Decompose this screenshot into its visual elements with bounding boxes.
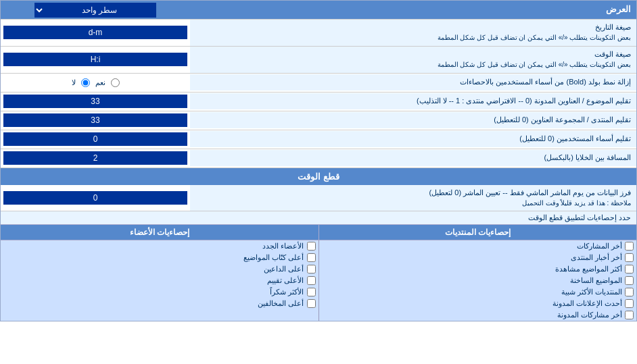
similar-forums-row: المنتديات الأكثر شبية: [319, 286, 637, 298]
last-topics-label: المواضيع الساخنة: [570, 276, 622, 285]
most-viewed-checkbox[interactable]: [625, 265, 634, 274]
top-lurkers-label: أعلى المخالفين: [258, 299, 304, 308]
last-tagged-label: أخر مشاركات المدونة: [557, 311, 622, 319]
top-posters-checkbox[interactable]: [307, 253, 316, 262]
last-forum-news-checkbox[interactable]: [625, 253, 634, 262]
cutoff-header: قطع الوقت: [1, 168, 636, 185]
top-rated-label: الأعلى تقييم: [267, 276, 304, 285]
most-viewed-label: أكثر المواضيع مشاهدة: [555, 265, 622, 274]
latest-ads-label: أحدث الإعلانات المدونة: [552, 299, 622, 308]
date-format-input[interactable]: [3, 26, 187, 39]
lines-dropdown[interactable]: سطر واحد: [34, 3, 156, 18]
most-viewed-row: أكثر المواضيع مشاهدة: [319, 263, 637, 275]
user-align-input[interactable]: [3, 132, 187, 146]
last-tagged-checkbox[interactable]: [625, 311, 634, 319]
most-thanks-checkbox[interactable]: [307, 288, 316, 296]
new-members-checkbox[interactable]: [307, 242, 316, 251]
last-tagged-row: أخر مشاركات المدونة: [319, 309, 637, 321]
forum-align-input[interactable]: [3, 113, 187, 127]
top-viewers-checkbox[interactable]: [307, 265, 316, 274]
time-format-input[interactable]: [3, 53, 187, 66]
last-shares-row: أخر المشاركات: [319, 240, 637, 252]
col-shares-header: إحصاءيات المنتديات: [318, 225, 637, 240]
top-lurkers-row: أعلى المخالفين: [1, 298, 318, 309]
top-lurkers-checkbox[interactable]: [307, 299, 316, 308]
last-shares-checkbox[interactable]: [625, 242, 634, 251]
top-posters-label: أعلى كتّاب المواضيع: [243, 253, 304, 262]
most-thanks-label: الأكثر شكراً: [270, 288, 304, 296]
date-format-label: صيغة التاريخ بعض التكوينات يتطلب «/» الت…: [190, 20, 636, 46]
bold-remove-yes-label: نعم: [95, 78, 105, 87]
similar-forums-checkbox[interactable]: [625, 288, 634, 296]
last-topics-row: المواضيع الساخنة: [319, 275, 637, 286]
time-format-label: صيغة الوقت بعض التكوينات يتطلب «/» التي …: [190, 47, 636, 73]
top-viewers-row: أعلى الداعين: [1, 263, 318, 275]
last-topics-checkbox[interactable]: [625, 276, 634, 285]
top-viewers-label: أعلى الداعين: [264, 265, 304, 274]
top-rated-checkbox[interactable]: [307, 276, 316, 285]
subject-align-input[interactable]: [3, 95, 187, 108]
bold-remove-radio-group: نعم لا: [72, 78, 120, 87]
similar-forums-label: المنتديات الأكثر شبية: [561, 288, 622, 296]
page-title: العرض: [190, 1, 636, 18]
latest-ads-row: أحدث الإعلانات المدونة: [319, 298, 637, 309]
forum-stats-col: أخر المشاركات أخر أخبار المنتدى أكثر الم…: [318, 240, 637, 321]
subject-align-label: تقليم الموضوع / العناوين المدونة (0 -- ا…: [190, 93, 636, 109]
member-stats-col: الأعضاء الجدد أعلى كتّاب المواضيع أعلى ا…: [1, 240, 318, 321]
cell-spacing-label: المسافة بين الخلايا (بالبكسل): [190, 150, 636, 165]
stats-limit-row: حدد إحصاءيات لتطبيق قطع الوقت: [1, 211, 636, 225]
bold-remove-no-radio[interactable]: [81, 78, 90, 87]
last-forum-news-label: أخر أخبار المنتدى: [571, 253, 622, 262]
last-forum-news-row: أخر أخبار المنتدى: [319, 252, 637, 263]
top-rated-row: الأعلى تقييم: [1, 275, 318, 286]
new-members-row: الأعضاء الجدد: [1, 240, 318, 252]
new-members-label: الأعضاء الجدد: [262, 242, 304, 251]
bold-remove-label: إزالة نمط بولد (Bold) من أسماء المستخدمي…: [190, 74, 636, 90]
most-thanks-row: الأكثر شكراً: [1, 286, 318, 298]
bold-remove-yes-radio[interactable]: [111, 78, 120, 87]
bold-remove-no-label: لا: [72, 78, 76, 87]
top-posters-row: أعلى كتّاب المواضيع: [1, 252, 318, 263]
cutoff-value-input[interactable]: [3, 191, 187, 205]
stats-columns-grid: أخر المشاركات أخر أخبار المنتدى أكثر الم…: [1, 240, 636, 321]
stats-columns-header: إحصاءيات المنتديات إحصاءيات الأعضاء: [1, 225, 636, 240]
forum-align-label: تقليم المنتدى / المجموعة العناوين (0 للت…: [190, 112, 636, 128]
stats-limit-label: حدد إحصاءيات لتطبيق قطع الوقت: [6, 213, 631, 222]
cutoff-row-label: فرز البيانات من يوم الماشر الماشي فقط --…: [190, 185, 636, 211]
last-shares-label: أخر المشاركات: [577, 242, 622, 251]
cell-spacing-input[interactable]: [3, 151, 187, 165]
latest-ads-checkbox[interactable]: [625, 299, 634, 308]
user-align-label: تقليم أسماء المستخدمين (0 للتعطيل): [190, 131, 636, 147]
col-members-header: إحصاءيات الأعضاء: [1, 225, 318, 240]
